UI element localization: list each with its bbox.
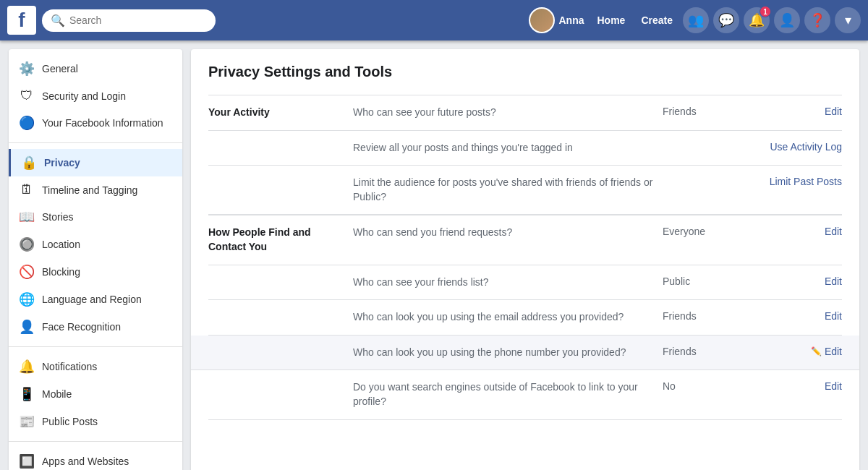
friend-requests-row: How People Find and Contact You Who can … bbox=[208, 215, 842, 265]
friend-requests-action[interactable]: Edit bbox=[741, 226, 842, 237]
notification-badge: 1 bbox=[760, 6, 771, 17]
phone-lookup-action[interactable]: ✏️ Edit bbox=[741, 346, 842, 357]
email-lookup-action[interactable]: Edit bbox=[741, 310, 842, 322]
avatar[interactable] bbox=[529, 7, 555, 33]
search-bar[interactable]: 🔍 bbox=[42, 9, 216, 32]
sidebar-divider-2 bbox=[9, 346, 182, 347]
sidebar-label-general: General bbox=[42, 63, 78, 74]
search-engine-row: Do you want search engines outside of Fa… bbox=[208, 370, 842, 419]
top-navigation: f 🔍 Anna Home Create 👥 💬 🔔 1 👤 ❓ ▾ bbox=[0, 0, 868, 40]
stories-icon: 📖 bbox=[19, 209, 35, 225]
fb-letter: f bbox=[18, 10, 25, 30]
blocking-icon: 🚫 bbox=[19, 264, 35, 280]
sidebar-label-stories: Stories bbox=[42, 211, 74, 223]
main-content: Privacy Settings and Tools Your Activity… bbox=[191, 49, 859, 470]
phone-lookup-description: Who can look you up using the phone numb… bbox=[353, 346, 654, 360]
apps-icon: 🔲 bbox=[19, 453, 35, 469]
activity-log-link[interactable]: Use Activity Log bbox=[770, 141, 842, 153]
email-lookup-row: Who can look you up using the email addr… bbox=[208, 300, 842, 336]
future-posts-action[interactable]: Edit bbox=[741, 106, 842, 117]
sidebar: ⚙️ General 🛡 Security and Login 🔵 Your F… bbox=[9, 49, 182, 470]
activity-log-description: Review all your posts and things you're … bbox=[353, 141, 654, 155]
activity-log-action[interactable]: Use Activity Log bbox=[741, 141, 842, 153]
chevron-down-icon: ▾ bbox=[845, 12, 851, 28]
future-posts-description: Who can see your future posts? bbox=[353, 106, 654, 120]
pencil-icon: ✏️ bbox=[811, 346, 822, 356]
future-posts-edit-link[interactable]: Edit bbox=[825, 106, 842, 117]
search-engine-action[interactable]: Edit bbox=[741, 380, 842, 392]
sidebar-item-location[interactable]: 🔘 Location bbox=[9, 231, 182, 258]
sidebar-item-stories[interactable]: 📖 Stories bbox=[9, 203, 182, 231]
sidebar-label-blocking: Blocking bbox=[42, 266, 80, 278]
your-activity-section: Your Activity Who can see your future po… bbox=[208, 95, 842, 215]
sidebar-label-language: Language and Region bbox=[42, 294, 142, 305]
search-input[interactable] bbox=[69, 14, 207, 26]
sidebar-item-apps[interactable]: 🔲 Apps and Websites bbox=[9, 448, 182, 470]
friend-requests-value: Everyone bbox=[654, 226, 741, 237]
sidebar-label-public-posts: Public Posts bbox=[42, 416, 98, 427]
create-link[interactable]: Create bbox=[635, 14, 678, 26]
page-wrapper: ⚙️ General 🛡 Security and Login 🔵 Your F… bbox=[0, 40, 868, 470]
phone-lookup-edit-link[interactable]: Edit bbox=[825, 346, 842, 357]
sidebar-item-privacy[interactable]: 🔒 Privacy bbox=[9, 149, 182, 176]
messenger-icon-btn[interactable]: 💬 bbox=[713, 7, 739, 33]
sidebar-item-notifications[interactable]: 🔔 Notifications bbox=[9, 353, 182, 380]
dropdown-icon-btn[interactable]: ▾ bbox=[835, 7, 861, 33]
sidebar-item-face-recognition[interactable]: 👤 Face Recognition bbox=[9, 313, 182, 341]
how-people-find-label: How People Find and Contact You bbox=[208, 226, 353, 254]
how-people-find-section: How People Find and Contact You Who can … bbox=[208, 215, 842, 419]
language-icon: 🌐 bbox=[19, 291, 35, 307]
home-link[interactable]: Home bbox=[592, 14, 631, 26]
friends-list-action[interactable]: Edit bbox=[741, 275, 842, 287]
friend-requests-edit-link[interactable]: Edit bbox=[825, 226, 842, 237]
privacy-icon: 🔒 bbox=[21, 155, 37, 171]
sidebar-label-security: Security and Login bbox=[42, 90, 126, 102]
sidebar-label-apps: Apps and Websites bbox=[42, 456, 129, 467]
future-posts-value: Friends bbox=[654, 106, 741, 117]
notifications-icon-btn[interactable]: 🔔 1 bbox=[744, 7, 770, 33]
messenger-icon: 💬 bbox=[718, 12, 734, 28]
sidebar-item-blocking[interactable]: 🚫 Blocking bbox=[9, 258, 182, 286]
friends-icon: 👥 bbox=[688, 12, 704, 28]
sidebar-item-security[interactable]: 🛡 Security and Login bbox=[9, 82, 182, 109]
search-engine-edit-link[interactable]: Edit bbox=[825, 380, 842, 392]
limit-past-posts-link[interactable]: Limit Past Posts bbox=[770, 176, 842, 187]
security-icon: 🛡 bbox=[19, 88, 35, 103]
sidebar-label-privacy: Privacy bbox=[44, 157, 80, 168]
location-icon: 🔘 bbox=[19, 236, 35, 252]
friends-list-value: Public bbox=[654, 275, 741, 287]
limit-past-posts-action[interactable]: Limit Past Posts bbox=[741, 176, 842, 187]
sidebar-item-facebook-info[interactable]: 🔵 Your Facebook Information bbox=[9, 109, 182, 137]
search-engine-value: No bbox=[654, 380, 741, 392]
nav-right: Anna Home Create 👥 💬 🔔 1 👤 ❓ ▾ bbox=[529, 7, 861, 33]
your-activity-header-row: Your Activity Who can see your future po… bbox=[208, 95, 842, 131]
mobile-icon: 📱 bbox=[19, 386, 35, 402]
sidebar-item-timeline[interactable]: 🗓 Timeline and Tagging bbox=[9, 176, 182, 203]
email-lookup-value: Friends bbox=[654, 310, 741, 322]
friends-list-edit-link[interactable]: Edit bbox=[825, 275, 842, 287]
sidebar-divider-1 bbox=[9, 142, 182, 143]
phone-lookup-value: Friends bbox=[654, 346, 741, 357]
friends-list-row: Who can see your friends list? Public Ed… bbox=[208, 265, 842, 301]
help-icon-btn[interactable]: ❓ bbox=[804, 7, 830, 33]
search-icon: 🔍 bbox=[51, 14, 65, 27]
timeline-icon: 🗓 bbox=[19, 182, 35, 197]
email-lookup-edit-link[interactable]: Edit bbox=[825, 310, 842, 322]
face-recognition-icon: 👤 bbox=[19, 319, 35, 335]
facebook-logo: f bbox=[7, 6, 36, 35]
friends-list-description: Who can see your friends list? bbox=[353, 275, 654, 290]
sidebar-item-public-posts[interactable]: 📰 Public Posts bbox=[9, 408, 182, 435]
sidebar-item-mobile[interactable]: 📱 Mobile bbox=[9, 380, 182, 408]
sidebar-label-notifications: Notifications bbox=[42, 361, 97, 372]
sidebar-label-location: Location bbox=[42, 239, 80, 250]
help-icon: ❓ bbox=[809, 12, 825, 28]
limit-past-posts-row: Limit the audience for posts you've shar… bbox=[208, 166, 842, 215]
phone-lookup-row: Who can look you up using the phone numb… bbox=[191, 336, 859, 371]
sidebar-item-language[interactable]: 🌐 Language and Region bbox=[9, 286, 182, 313]
friends-icon-btn[interactable]: 👥 bbox=[683, 7, 709, 33]
friend-requests-icon-btn[interactable]: 👤 bbox=[774, 7, 800, 33]
sidebar-item-general[interactable]: ⚙️ General bbox=[9, 55, 182, 82]
email-lookup-description: Who can look you up using the email addr… bbox=[353, 310, 654, 325]
general-icon: ⚙️ bbox=[19, 61, 35, 77]
public-posts-icon: 📰 bbox=[19, 414, 35, 430]
